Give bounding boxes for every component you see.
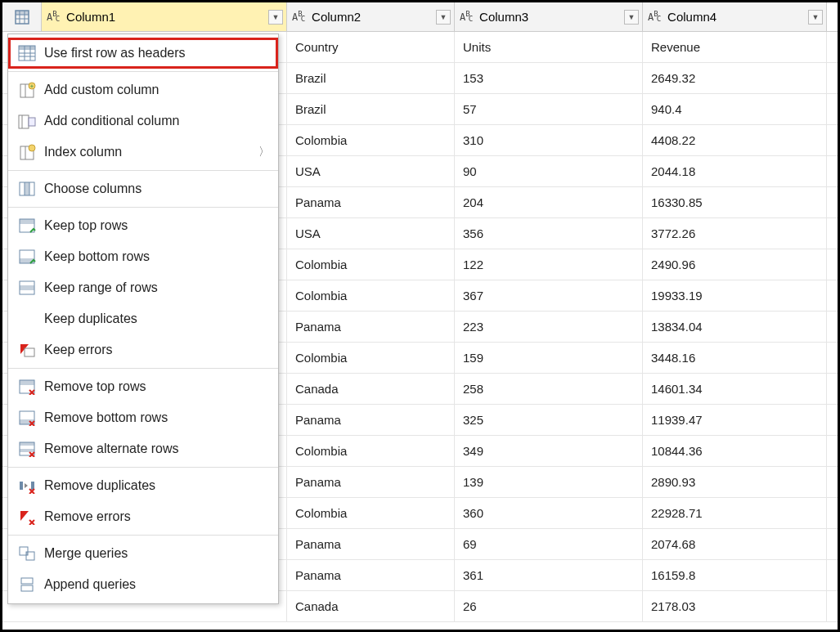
cell-column3[interactable]: 57 — [455, 94, 643, 124]
menu-label: Remove duplicates — [44, 478, 270, 493]
cell-column2[interactable]: Canada — [287, 591, 455, 621]
column-header-column4[interactable]: ABC Column4 ▼ — [643, 2, 827, 31]
cell-column3[interactable]: 310 — [455, 125, 643, 155]
table-context-menu: Use first row as headers ✦ Add custom co… — [7, 34, 279, 604]
cell-column3[interactable]: 139 — [455, 467, 643, 497]
cell-column4[interactable]: 19933.19 — [643, 280, 827, 311]
cell-column4[interactable]: 16159.8 — [643, 560, 827, 590]
menu-label: Remove bottom rows — [44, 410, 270, 425]
text-type-icon: ABC — [292, 12, 307, 22]
text-type-icon: ABC — [460, 12, 474, 22]
cell-column4[interactable]: Revenue — [643, 32, 827, 62]
cell-column2[interactable]: Brazil — [287, 94, 455, 124]
svg-rect-16 — [19, 115, 29, 128]
cell-column2[interactable]: Canada — [287, 374, 455, 404]
cell-column4[interactable]: 2074.68 — [643, 529, 827, 559]
cell-column4[interactable]: 13834.04 — [643, 312, 827, 342]
cell-column2[interactable]: Panama — [287, 187, 455, 217]
cell-column3[interactable]: 223 — [455, 312, 643, 342]
menu-remove-duplicates[interactable]: Remove duplicates — [8, 470, 278, 501]
menu-remove-bottom-rows[interactable]: Remove bottom rows — [8, 402, 278, 433]
menu-label: Index column — [44, 145, 258, 159]
cell-column4[interactable]: 2044.18 — [643, 156, 827, 186]
cell-column3[interactable]: 122 — [455, 249, 643, 280]
column-filter-button[interactable]: ▼ — [436, 10, 451, 25]
svg-rect-18 — [29, 118, 35, 126]
menu-label: Keep errors — [44, 343, 270, 357]
cell-column4[interactable]: 3772.26 — [643, 218, 827, 249]
cell-column4[interactable]: 2178.03 — [643, 591, 827, 621]
cell-column2[interactable]: Panama — [287, 312, 455, 342]
cell-column3[interactable]: 367 — [455, 280, 643, 311]
remove-top-rows-icon — [15, 376, 39, 397]
table-corner-button[interactable] — [2, 2, 42, 31]
cell-column3[interactable]: 258 — [455, 374, 643, 404]
merge-queries-icon — [15, 543, 39, 564]
column-header-column1[interactable]: ABC Column1 ▼ — [42, 2, 287, 31]
menu-merge-queries[interactable]: Merge queries — [8, 538, 278, 569]
cell-column2[interactable]: Colombia — [287, 280, 455, 311]
cell-column3[interactable]: Units — [455, 32, 643, 62]
menu-append-queries[interactable]: Append queries — [8, 569, 278, 600]
cell-column4[interactable]: 16330.85 — [643, 187, 827, 217]
cell-column3[interactable]: 361 — [455, 560, 643, 590]
cell-column2[interactable]: Colombia — [287, 498, 455, 528]
cell-column3[interactable]: 159 — [455, 343, 643, 373]
cell-column3[interactable]: 26 — [455, 591, 643, 621]
svg-text:✦: ✦ — [29, 83, 34, 89]
cell-column3[interactable]: 69 — [455, 529, 643, 559]
cell-column4[interactable]: 4408.22 — [643, 125, 827, 155]
cell-column4[interactable]: 22928.71 — [643, 498, 827, 528]
menu-remove-top-rows[interactable]: Remove top rows — [8, 371, 278, 402]
cell-column2[interactable]: USA — [287, 218, 455, 249]
cell-column2[interactable]: Country — [287, 32, 455, 62]
cell-column4[interactable]: 3448.16 — [643, 343, 827, 373]
column-filter-button[interactable]: ▼ — [808, 10, 823, 25]
column-filter-button[interactable]: ▼ — [624, 10, 639, 25]
menu-remove-alternate-rows[interactable]: Remove alternate rows — [8, 433, 278, 464]
cell-column3[interactable]: 153 — [455, 63, 643, 93]
index-column-icon — [15, 141, 39, 163]
cell-column4[interactable]: 10844.36 — [643, 436, 827, 466]
column-header-label: Column3 — [479, 10, 528, 24]
menu-add-conditional-column[interactable]: Add conditional column — [8, 105, 278, 137]
menu-choose-columns[interactable]: Choose columns — [8, 173, 278, 204]
cell-column2[interactable]: Colombia — [287, 125, 455, 155]
menu-keep-bottom-rows[interactable]: Keep bottom rows — [8, 241, 278, 272]
cell-column4[interactable]: 2649.32 — [643, 63, 827, 93]
cell-column3[interactable]: 204 — [455, 187, 643, 217]
cell-column2[interactable]: Panama — [287, 529, 455, 559]
menu-keep-duplicates[interactable]: Keep duplicates — [8, 303, 278, 334]
menu-keep-range-of-rows[interactable]: Keep range of rows — [8, 272, 278, 303]
svg-rect-58 — [21, 578, 33, 584]
cell-column2[interactable]: Panama — [287, 405, 455, 435]
column-header-column2[interactable]: ABC Column2 ▼ — [287, 2, 455, 31]
menu-index-column[interactable]: Index column 〉 — [8, 137, 278, 168]
column-filter-button[interactable]: ▼ — [268, 10, 283, 25]
cell-column3[interactable]: 90 — [455, 156, 643, 186]
cell-column2[interactable]: Colombia — [287, 436, 455, 466]
menu-add-custom-column[interactable]: ✦ Add custom column — [8, 74, 278, 105]
cell-column2[interactable]: USA — [287, 156, 455, 186]
cell-column4[interactable]: 14601.34 — [643, 374, 827, 404]
menu-use-first-row-as-headers[interactable]: Use first row as headers — [8, 38, 278, 69]
svg-rect-43 — [20, 442, 34, 446]
cell-column2[interactable]: Brazil — [287, 63, 455, 93]
cell-column4[interactable]: 2490.96 — [643, 249, 827, 280]
cell-column2[interactable]: Colombia — [287, 249, 455, 280]
menu-keep-top-rows[interactable]: Keep top rows — [8, 210, 278, 241]
cell-column3[interactable]: 325 — [455, 405, 643, 435]
cell-column3[interactable]: 349 — [455, 436, 643, 466]
menu-label: Keep duplicates — [44, 312, 270, 326]
menu-keep-errors[interactable]: Keep errors — [8, 334, 278, 365]
column-header-column3[interactable]: ABC Column3 ▼ — [455, 2, 643, 31]
cell-column4[interactable]: 11939.47 — [643, 405, 827, 435]
cell-column2[interactable]: Panama — [287, 467, 455, 497]
cell-column4[interactable]: 940.4 — [643, 94, 827, 124]
cell-column4[interactable]: 2890.93 — [643, 467, 827, 497]
cell-column3[interactable]: 360 — [455, 498, 643, 528]
cell-column2[interactable]: Panama — [287, 560, 455, 590]
menu-remove-errors[interactable]: Remove errors — [8, 501, 278, 532]
cell-column2[interactable]: Colombia — [287, 343, 455, 373]
cell-column3[interactable]: 356 — [455, 218, 643, 249]
